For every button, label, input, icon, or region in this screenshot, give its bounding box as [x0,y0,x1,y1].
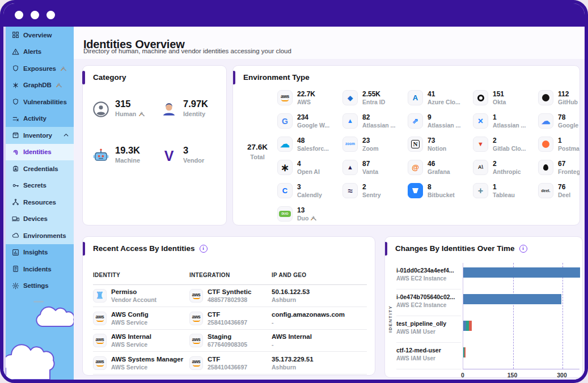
category-stat-label: Human [115,110,145,117]
sidebar-item-exposures[interactable]: Exposures [3,60,74,77]
app-window: OverviewAlertsExposuresGraphDBVulnerabil… [0,0,588,383]
sidebar-item-alerts[interactable]: Alerts [3,44,74,61]
environment-item-frontegg[interactable]: 67Frontegg [538,156,580,179]
shield-icon [12,98,19,105]
environment-item-value: 2.55K [362,90,385,98]
environment-item-google-w[interactable]: G234Google W... [277,109,342,133]
category-stat-human[interactable]: 315Human [92,95,160,142]
environment-item-atlassian[interactable]: ▲82Atlassian ... [342,109,408,133]
environment-item-entra-id[interactable]: ◆2.55KEntra ID [342,86,408,109]
environment-item-tableau[interactable]: +1Tableau [473,179,538,202]
table-row[interactable]: awsAWS ConfigAWS ServiceawsCTF2584104366… [93,308,367,330]
environment-item-text: 13Duo [297,206,317,222]
environment-item-deel[interactable]: deel.76Deel [538,179,580,202]
category-stat-machine[interactable]: 19.3KMachine [92,142,160,188]
window-control-dot[interactable] [31,11,39,19]
aws-icon: aws [189,334,203,347]
ip-geo-cell: 35.173.229.51Ashburn [272,356,314,371]
window-control-dot[interactable] [46,11,55,19]
environment-item-okta[interactable]: 151Okta [473,86,538,109]
sidebar-item-vulnerabilities[interactable]: Vulnerabilities [3,93,74,110]
chart-gridline [513,263,514,369]
environment-item-label: Google C... [558,122,580,129]
environment-item-aws[interactable]: aws22.7KAWS [277,86,342,109]
sidebar-item-devices[interactable]: Devices [3,211,74,228]
environment-item-google-c[interactable]: ☁78Google C... [538,109,580,133]
cell-name: 35.173.229.51 [272,356,314,363]
environment-item-grafana[interactable]: @46Grafana [408,156,473,179]
sidebar-scrollbar[interactable] [3,27,6,380]
table-row[interactable]: ♜PermisoVendor AccountawsCTF Synthetic48… [93,285,367,307]
environment-item-open-ai[interactable]: ∗4Open AI [277,156,342,179]
sidebar-item-environments[interactable]: Environments [3,227,74,244]
sidebar-item-overview[interactable]: Overview [3,27,74,44]
overview-icon [12,31,19,39]
sidebar-item-insights[interactable]: Insights [3,244,74,261]
environment-item-label: Anthropic [493,168,521,175]
environment-item-azure-clo[interactable]: A41Azure Clo... [408,86,473,109]
environment-item-anthropic[interactable]: A\2Anthropic [473,156,538,179]
table-header-identity[interactable]: IDENTITY [93,272,120,278]
environment-item-label: Atlassian ... [428,122,460,129]
window-control-dot[interactable] [15,11,23,19]
activity-icon [12,115,19,122]
cell-sub: Vendor Account [111,296,156,303]
category-stat-text: 19.3KMachine [115,145,140,164]
sidebar-item-graphdb[interactable]: GraphDB [3,77,74,94]
sidebar-item-secrets[interactable]: Secrets [3,177,74,194]
sidebar-item-credentials[interactable]: Credentials [3,160,74,177]
identity-cell: awsAWS Systems ManagerAWS Service [93,356,183,371]
settings-icon [12,282,19,290]
cell-sub: - [272,341,312,348]
category-stat-text: 3Vendor [183,145,204,164]
sidebar-item-resources[interactable]: Resources [3,194,74,211]
sidebar-item-incidents[interactable]: Incidents [3,261,74,278]
environment-item-text: 78Google C... [558,113,580,129]
cell-text: Staging677640908305 [208,333,247,348]
environment-item-postman[interactable]: 1Postman [538,133,580,156]
environment-item-label: Vanta [362,168,378,175]
devices-icon [12,215,19,223]
environment-item-vanta[interactable]: ▲87Vanta [342,156,408,179]
category-stat-identity[interactable]: 7.97KIdentity [160,95,228,142]
environment-item-notion[interactable]: N73Notion [408,133,473,156]
sidebar-item-settings[interactable]: Settings [3,278,74,295]
table-header-ip-and-geo[interactable]: IP AND GEO [272,272,306,278]
environment-item-gitlab-clo[interactable]: ▼2Gitlab Clo... [473,133,538,156]
chart-category-label: ctf-12-med-userAWS IAM User [396,343,461,369]
category-stat-label: Vendor [183,157,204,164]
environment-item-salesforc[interactable]: ☁48Salesforc... [277,133,342,156]
table-header-integration[interactable]: INTEGRATION [189,272,230,278]
card-accent-bar [384,242,387,256]
info-icon[interactable] [519,245,527,253]
integration-cell: awsCTF258410436697 [189,311,247,326]
bitbucket-icon [408,183,423,198]
environment-item-label: Calendly [297,191,322,198]
table-row[interactable]: awsAWS InternalAWS ServiceawsStaging6776… [93,330,367,352]
category-stat-vendor[interactable]: V3Vendor [160,142,228,188]
sidebar-item-activity[interactable]: Activity [3,110,74,127]
table-row[interactable]: awsAWS Systems ManagerAWS ServiceawsCTF2… [93,352,367,375]
environment-item-calendly[interactable]: C3Calendly [277,179,342,202]
environment-item-bitbucket[interactable]: 8Bitbucket [408,179,473,202]
entra-id-icon: ◆ [342,90,358,105]
azure-icon: A [408,90,423,105]
sidebar-item-identities[interactable]: Identities [3,144,74,161]
human-icon [92,100,110,118]
info-icon[interactable] [200,245,208,253]
environment-item-atlassian[interactable]: ⇗9Atlassian ... [408,109,473,133]
environment-item-zoom[interactable]: zoom23Zoom [342,133,408,156]
environment-item-atlassian[interactable]: ×1Atlassian ... [473,109,538,133]
identity-icon [160,100,178,118]
frontegg-icon [538,160,553,175]
sidebar-group-g-children: CredentialsSecretsResourcesDevicesEnviro… [3,160,74,244]
environment-item-text: 2.55KEntra ID [362,90,385,105]
environment-item-label: Gitlab Clo... [493,145,526,152]
atlassian-icon: ▲ [342,113,358,129]
environment-item-duo[interactable]: DUO13Duo [277,202,342,225]
chevron-up-icon[interactable] [62,131,70,139]
environment-item-label: Zoom [362,145,379,152]
environment-item-sentry[interactable]: ≈2Sentry [342,179,408,202]
environment-item-github-c[interactable]: 112GitHub C... [538,86,580,109]
sidebar-item-inventory[interactable]: Inventory [3,127,74,144]
